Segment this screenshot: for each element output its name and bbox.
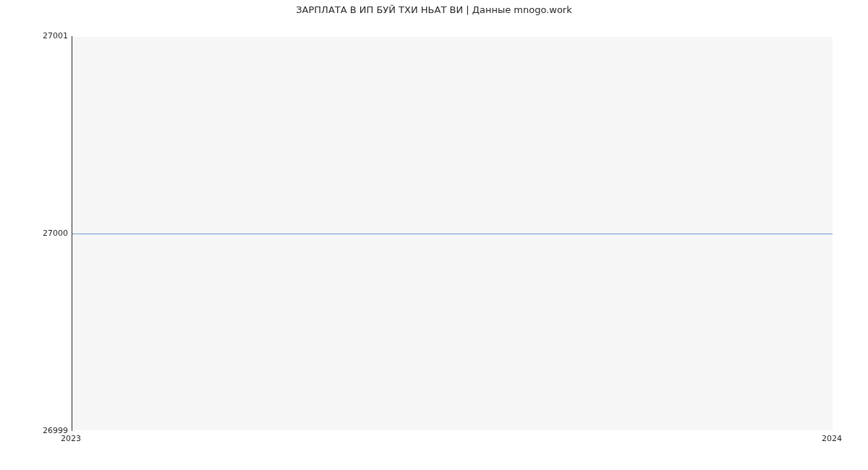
y-tick-label: 27001 bbox=[25, 31, 68, 40]
gridline bbox=[72, 36, 833, 37]
x-tick-label: 2023 bbox=[61, 434, 81, 443]
chart-container: ЗАРПЛАТА В ИП БУЙ ТХИ НЬАТ ВИ | Данные m… bbox=[0, 0, 868, 470]
y-tick-label: 27000 bbox=[25, 228, 68, 238]
plot-area bbox=[72, 36, 833, 431]
gridline bbox=[72, 430, 833, 431]
chart-title: ЗАРПЛАТА В ИП БУЙ ТХИ НЬАТ ВИ | Данные m… bbox=[0, 4, 868, 15]
x-tick-label: 2024 bbox=[822, 434, 842, 443]
data-line bbox=[72, 234, 833, 234]
